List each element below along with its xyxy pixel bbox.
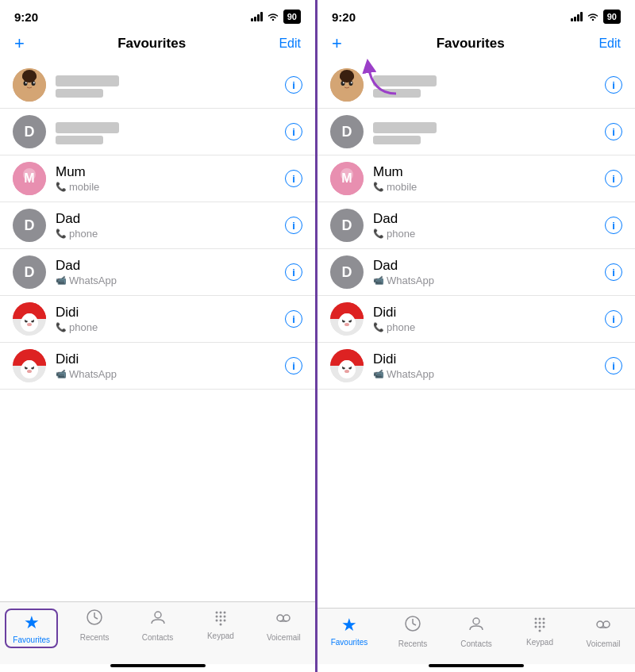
svg-rect-57 <box>340 74 354 79</box>
signal-bar-1 <box>251 18 253 21</box>
contact-name <box>56 72 275 88</box>
contact-name: Mum <box>56 164 275 180</box>
contact-sub <box>56 136 275 144</box>
tab-voicemail[interactable]: Voicemail <box>252 609 315 648</box>
voicemail-icon <box>595 615 612 637</box>
svg-point-89 <box>539 622 541 624</box>
contact-avatar: D <box>13 209 46 242</box>
contact-item[interactable]: Didi📞phonei <box>318 296 635 343</box>
svg-point-30 <box>27 370 32 373</box>
info-button[interactable]: i <box>605 170 622 187</box>
contact-item[interactable]: Di <box>0 109 315 156</box>
contact-item[interactable]: i <box>0 62 315 109</box>
contact-item[interactable]: DDad📹WhatsAppi <box>318 249 635 296</box>
contact-name: Dad <box>56 211 275 227</box>
svg-point-86 <box>539 618 541 620</box>
favourites-icon: ★ <box>341 615 357 636</box>
contact-sub: 📞mobile <box>56 181 275 193</box>
svg-point-84 <box>473 618 479 624</box>
contact-avatar: M <box>13 162 46 195</box>
contact-name <box>56 119 275 135</box>
contact-item[interactable]: M Mum📞mobilei <box>0 156 315 202</box>
svg-point-21 <box>24 313 35 321</box>
phone-icon: 📞 <box>56 228 67 239</box>
phone-icon: 📞 <box>56 322 67 332</box>
info-button[interactable]: i <box>605 76 622 94</box>
favourites-icon: ★ <box>24 612 40 633</box>
contact-item[interactable]: Di <box>318 109 635 156</box>
svg-point-41 <box>223 616 225 618</box>
tab-recents[interactable]: Recents <box>381 615 444 648</box>
info-button[interactable]: i <box>285 310 302 328</box>
contact-list-left: iDi M Mum📞mobileiDDad📞phoneiDDad📹WhatsAp… <box>0 62 315 601</box>
contact-info: Dad📹WhatsApp <box>56 258 275 286</box>
tab-favourites[interactable]: ★Favourites <box>0 609 63 648</box>
info-button[interactable]: i <box>285 263 302 281</box>
tab-bar-right: ★FavouritesRecentsContactsKeypadVoicemai… <box>318 608 635 664</box>
contacts-tab-label: Contacts <box>142 633 173 642</box>
battery-right: 90 <box>603 10 621 24</box>
recents-tab-label: Recents <box>398 639 428 648</box>
info-button[interactable]: i <box>285 357 302 374</box>
contact-name: Dad <box>56 258 275 274</box>
contact-avatar: D <box>13 255 46 289</box>
info-button[interactable]: i <box>285 170 302 187</box>
contacts-icon <box>468 615 485 637</box>
contact-info <box>56 119 275 144</box>
tab-bar-left: ★FavouritesRecentsContactsKeypadVoicemai… <box>0 601 315 664</box>
info-button[interactable]: i <box>605 217 622 234</box>
tab-contacts[interactable]: Contacts <box>444 615 508 648</box>
info-button[interactable]: i <box>285 123 302 140</box>
signal-bar-1 <box>571 18 573 21</box>
signal-bar-4 <box>260 12 263 21</box>
contact-sub: 📹WhatsApp <box>56 368 275 380</box>
contact-info <box>56 72 275 98</box>
add-button-right[interactable]: + <box>332 33 342 54</box>
info-button[interactable]: i <box>285 217 302 234</box>
contact-sub-text: WhatsApp <box>69 368 117 380</box>
keypad-tab-label: Keypad <box>526 638 553 647</box>
svg-point-20 <box>27 323 32 326</box>
contact-item[interactable]: Didi📞phonei <box>0 296 315 343</box>
contact-avatar <box>330 349 364 382</box>
contact-item[interactable]: Didi📹WhatsAppi <box>0 343 315 390</box>
contact-item[interactable]: DDad📞phonei <box>318 202 635 249</box>
edit-button-right[interactable]: Edit <box>598 36 621 51</box>
info-button[interactable]: i <box>605 310 622 328</box>
favourites-tab-icon: ★Favourites <box>5 609 58 648</box>
svg-text:M: M <box>341 171 352 185</box>
tab-favourites[interactable]: ★Favourites <box>318 615 381 648</box>
contact-info: Didi📞phone <box>56 305 275 333</box>
add-button-left[interactable]: + <box>14 33 25 54</box>
contact-item[interactable]: DDad📹WhatsAppi <box>0 249 315 296</box>
svg-point-6 <box>33 82 35 83</box>
info-button[interactable]: i <box>605 263 622 281</box>
contact-sub-text: phone <box>69 228 98 240</box>
tab-contacts[interactable]: Contacts <box>126 609 189 648</box>
tab-keypad[interactable]: Keypad <box>508 615 572 648</box>
keypad-icon <box>212 609 229 629</box>
favourites-tab-label: Favourites <box>331 638 368 647</box>
info-button[interactable]: i <box>605 123 622 140</box>
contact-avatar: D <box>330 255 364 289</box>
contact-name: Mum <box>373 164 595 180</box>
contact-item[interactable]: Didi📹WhatsAppi <box>318 343 635 390</box>
tab-voicemail[interactable]: Voicemail <box>572 615 635 648</box>
info-button[interactable]: i <box>605 357 622 374</box>
edit-button-left[interactable]: Edit <box>279 36 301 51</box>
phone-icon: 📞 <box>56 182 67 192</box>
video-icon: 📹 <box>373 369 384 379</box>
tab-keypad[interactable]: Keypad <box>189 609 252 648</box>
info-button[interactable]: i <box>285 76 302 94</box>
svg-line-83 <box>413 624 416 625</box>
video-icon: 📹 <box>373 275 384 286</box>
svg-line-34 <box>94 617 98 619</box>
contact-avatar <box>13 68 46 102</box>
nav-title-right: Favourites <box>437 36 505 52</box>
contact-sub-text: WhatsApp <box>69 275 117 286</box>
tab-recents[interactable]: Recents <box>63 609 125 648</box>
contact-item[interactable]: M Mum📞mobilei <box>318 156 635 202</box>
recents-icon <box>86 609 103 631</box>
contact-item[interactable]: DDad📞phonei <box>0 202 315 249</box>
contact-name: Dad <box>373 258 595 274</box>
